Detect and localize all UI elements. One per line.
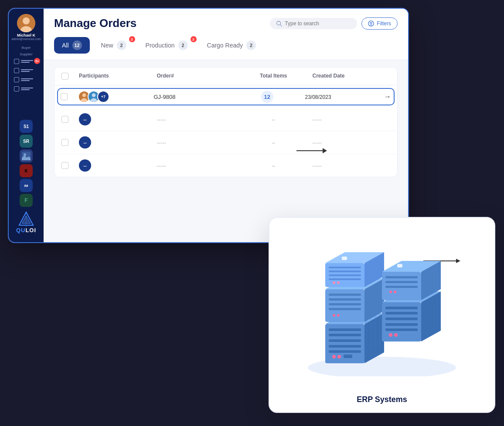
search-box[interactable] <box>270 18 357 29</box>
row-3-order-dash: ----- <box>157 139 167 146</box>
svg-point-65 <box>389 333 392 337</box>
sidebar-icon-im[interactable]: IM <box>20 179 33 192</box>
row-4-participants: -- <box>79 159 157 172</box>
connection-arrow-group <box>296 148 327 153</box>
svg-rect-28 <box>329 339 361 342</box>
nav-badge-1: 5+ <box>34 58 40 64</box>
table-header: Participants Order# Total Items Created … <box>54 68 397 85</box>
row-2-checkbox[interactable] <box>61 116 68 123</box>
tab-cargo-label: Cargo Ready <box>207 42 243 49</box>
svg-rect-72 <box>385 286 418 288</box>
svg-point-1 <box>23 17 30 24</box>
svg-rect-33 <box>344 355 352 358</box>
svg-rect-51 <box>329 270 361 272</box>
supplier-label: Supplier <box>20 52 32 56</box>
svg-rect-62 <box>385 318 418 320</box>
row-4-order-dash: ----- <box>157 162 167 169</box>
row-2-items: – <box>235 116 313 123</box>
row-2-date: ----- <box>313 115 391 123</box>
table-row[interactable]: -- ----- – ----- <box>54 131 397 154</box>
row-1-participants: +7 <box>78 91 154 103</box>
svg-rect-61 <box>385 312 418 314</box>
order-num-text: GJ-9808 <box>154 94 176 100</box>
search-input[interactable] <box>285 20 346 27</box>
main-header: Manage Orders <box>44 9 408 60</box>
erp-visual <box>269 218 494 395</box>
page-title: Manage Orders <box>54 17 136 30</box>
svg-point-55 <box>337 281 340 284</box>
row-2-date-dash: ----- <box>313 116 322 123</box>
svg-point-10 <box>368 20 374 26</box>
header-actions: Filters <box>270 17 398 30</box>
row-4-order-num: ----- <box>157 162 235 169</box>
sidebar: Michael K admin@mexcool.com Buyer Suppli… <box>9 9 44 242</box>
connection-arrowhead <box>323 148 327 153</box>
row-3-order-num: ----- <box>157 139 235 146</box>
th-total-items: Total Items <box>235 73 313 80</box>
row-3-date-dash: ----- <box>313 139 322 146</box>
logo-text: QULOI <box>16 227 36 233</box>
filter-button[interactable]: Filters <box>361 17 398 30</box>
row-4-date-dash: ----- <box>313 162 322 169</box>
row-3-date: ----- <box>313 139 391 146</box>
sidebar-icon-img[interactable] <box>20 149 33 162</box>
sidebar-item-4[interactable] <box>11 85 41 93</box>
nav-checkbox-1[interactable] <box>14 59 19 64</box>
row-arrow: → <box>384 93 391 101</box>
nav-checkbox-2[interactable] <box>14 68 19 73</box>
tab-production-badge: 2 <box>178 41 188 50</box>
row-1-checkbox[interactable] <box>61 93 68 100</box>
tab-all[interactable]: All 12 <box>54 37 90 54</box>
items-count: 12 <box>261 91 273 103</box>
sidebar-item-2[interactable] <box>11 66 41 75</box>
svg-rect-43 <box>329 303 361 305</box>
row-3-items-dash: – <box>272 139 275 146</box>
sidebar-icon-f[interactable]: F <box>20 194 33 207</box>
svg-rect-29 <box>329 345 361 348</box>
nav-line <box>21 80 30 81</box>
app-window: Michael K admin@mexcool.com Buyer Suppli… <box>8 8 409 243</box>
sidebar-item-1[interactable]: 5+ <box>11 57 41 66</box>
sidebar-icon-k[interactable]: K <box>20 164 33 177</box>
th-participants: Participants <box>79 73 157 80</box>
table-row[interactable]: +7 GJ-9808 12 23/08/2023 → <box>57 88 395 105</box>
th-checkbox <box>61 73 79 80</box>
svg-rect-41 <box>329 294 361 296</box>
svg-rect-50 <box>329 267 361 268</box>
svg-point-4 <box>24 153 26 156</box>
row-checkbox-cell <box>61 93 78 100</box>
row-2-order-num: ----- <box>157 115 235 123</box>
tab-cargo-ready[interactable]: Cargo Ready 2 <box>199 37 264 54</box>
row-2-items-dash: – <box>272 116 275 123</box>
nav-checkbox-3[interactable] <box>14 77 19 82</box>
tab-new-notif: 2 <box>129 36 135 42</box>
sidebar-icon-s1[interactable]: S1 <box>20 120 33 133</box>
header-checkbox[interactable] <box>61 73 68 80</box>
nav-checkbox-4[interactable] <box>14 86 19 91</box>
buyer-label: Buyer <box>22 46 31 50</box>
sidebar-nav-list: 5+ <box>11 57 41 118</box>
row-3-checkbox-cell <box>61 139 79 146</box>
row-3-checkbox[interactable] <box>61 139 68 146</box>
avatar[interactable] <box>17 14 35 32</box>
sidebar-icon-sr[interactable]: SR <box>20 135 33 148</box>
main-content: Manage Orders <box>44 9 408 242</box>
svg-rect-42 <box>329 298 361 301</box>
nav-line <box>21 78 33 79</box>
svg-rect-52 <box>329 274 361 276</box>
svg-rect-60 <box>385 307 418 309</box>
table-row[interactable]: -- ----- – ----- <box>54 108 397 131</box>
tab-new-label: New <box>101 42 113 49</box>
table-row[interactable]: -- ----- – ----- <box>54 154 397 177</box>
nav-lines-3 <box>21 78 38 81</box>
svg-rect-56 <box>342 257 347 260</box>
sidebar-item-3[interactable] <box>11 75 41 84</box>
user-info: Michael K admin@mexcool.com <box>11 33 41 41</box>
table-area: Participants Order# Total Items Created … <box>44 60 408 242</box>
tab-new[interactable]: New 2 2 <box>93 37 134 54</box>
participant-dash-4: -- <box>79 159 91 172</box>
date-value: 23/08/2023 <box>305 94 331 100</box>
nav-line <box>21 71 30 72</box>
row-4-checkbox[interactable] <box>61 162 68 169</box>
tab-production[interactable]: Production 2 2 <box>138 37 196 54</box>
